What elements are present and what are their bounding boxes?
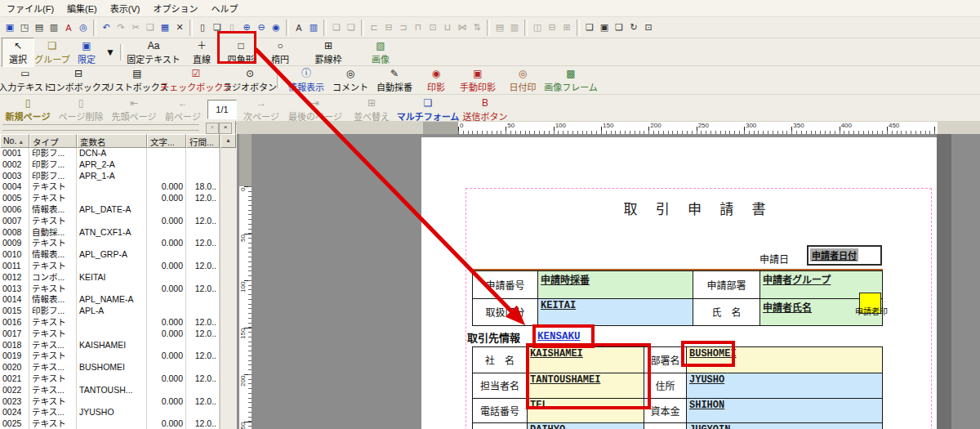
align-right-button[interactable]: ⊐ [396, 20, 411, 35]
align-middle-button[interactable]: ⊡ [425, 20, 440, 35]
combobox-tool-button[interactable]: ⊟コンボボックス [49, 66, 108, 94]
header-linespace[interactable]: 行間... [186, 134, 220, 148]
dept-name-field[interactable]: BUSHOMEI [686, 346, 883, 373]
sort-pages-button[interactable]: ⊞並べ替え [346, 96, 397, 123]
same-size-button[interactable]: ⊞ [559, 20, 574, 35]
undo-button[interactable]: ↶ [99, 20, 114, 35]
same-width-button[interactable]: ◫ [530, 20, 545, 35]
print-preview-button[interactable]: ▥ [47, 20, 61, 35]
table-row[interactable]: 0013 テキスト 0.000 12.0.. [0, 284, 220, 295]
header-varname[interactable]: 変数名 [77, 134, 147, 148]
duplicate-doc-button[interactable]: ❏ [210, 20, 225, 35]
table-row[interactable]: 0009 テキスト 0.000 12.0.. [0, 238, 220, 249]
cut-button[interactable]: ✂ [128, 20, 143, 35]
handling-class-field[interactable]: KEITAI [537, 298, 693, 326]
table-row[interactable]: 0025 テキスト 0.000 12.0.. [0, 418, 220, 429]
apply-date-field[interactable]: 申請者日付 [807, 245, 882, 266]
listbox-tool-button[interactable]: ▤リストボックス [108, 66, 167, 94]
bring-front-button[interactable]: ❏ [329, 20, 344, 35]
align-left-button[interactable]: ⊏ [367, 20, 381, 35]
plain-doc-button[interactable]: ▯ [225, 20, 239, 35]
distribute-h-button[interactable]: ⋈ [455, 20, 470, 35]
paste-button[interactable]: ▦ [158, 20, 172, 35]
table-row[interactable]: 0021 テキスト 0.000 12.0.. [0, 373, 220, 385]
table-row[interactable]: 0022 テキス... TANTOUSH... [0, 385, 220, 396]
header-type[interactable]: タイプ [29, 134, 77, 148]
same-height-button[interactable]: ⊟ [545, 20, 559, 35]
font-preview-button[interactable]: A [61, 20, 76, 35]
export-button[interactable]: ◳ [17, 20, 32, 35]
distribute-v-button[interactable]: ⇅ [470, 20, 484, 35]
zoom-out-button[interactable]: ⊖ [254, 20, 269, 35]
table-row[interactable]: 0010 情報表... APL_GRP-A [0, 249, 220, 261]
send-button-button[interactable]: B送信ボタン [459, 96, 511, 123]
form-title[interactable]: 取 引 申 請 書 [466, 198, 931, 218]
menu-item[interactable]: ヘルプ [204, 0, 244, 16]
select-tool-button[interactable]: ↖選択 [2, 38, 34, 67]
contact-name-field[interactable]: TANTOUSHAMEI [527, 373, 644, 399]
date-stamp-tool-button[interactable]: ◎日付印 [501, 66, 544, 94]
table-row[interactable]: 0011 テキスト 0.000 12.0.. [0, 261, 220, 272]
scroll-up-icon[interactable]: ▲ [220, 134, 236, 148]
header-charsize[interactable]: 文字... [147, 134, 186, 148]
kensaku-link[interactable]: KENSAKU [537, 331, 581, 342]
line-tool-button[interactable]: ＋直線 [181, 38, 222, 66]
panel-grip[interactable] [2, 124, 199, 131]
equal-space-h-button[interactable]: ▤ [492, 20, 507, 35]
table-row[interactable]: 0016 テキスト 0.000 12.0.. [0, 317, 220, 328]
table-row[interactable]: 0015 印影フ... APL-A [0, 306, 220, 317]
table-row[interactable]: 0005 テキスト 0.000 12.0.. [0, 193, 220, 204]
back-window-button[interactable]: ❏ [612, 20, 626, 35]
delete-page-button[interactable]: ▯ページ削除 [54, 96, 108, 123]
representative-field[interactable]: DAIHYO [527, 422, 644, 429]
delete-button[interactable]: ✕ [172, 20, 187, 35]
copy-button[interactable]: ❏ [143, 20, 158, 35]
new-doc-button[interactable]: ▯ [195, 20, 210, 35]
limit-dropdown-button[interactable]: ▼ [103, 45, 118, 60]
menu-item[interactable]: オプション [146, 0, 204, 16]
equal-space-v-button[interactable]: ▥ [507, 20, 522, 35]
table-row[interactable]: 0001 印影フ... DCN-A [0, 148, 220, 159]
table-row[interactable]: 0003 印影フ... APR_1-A [0, 171, 220, 182]
table-row[interactable]: 0018 テキス... KAISHAMEI [0, 340, 220, 351]
table-row[interactable]: 0007 テキスト 0.000 12.0.. [0, 216, 220, 227]
menu-item[interactable]: ファイル(F) [0, 0, 60, 16]
client-info-label[interactable]: 取引先情報 [467, 329, 520, 345]
employees-field[interactable]: JUGYOIN [686, 422, 883, 429]
image-tool-button[interactable]: ▧画像 [356, 38, 405, 66]
table-row[interactable]: 0017 テキスト 0.000 12.0.. [0, 328, 220, 340]
manual-stamp-tool-button[interactable]: ▣手動印影 [454, 66, 501, 94]
rotate-button[interactable]: ↻ [626, 20, 641, 35]
print-button[interactable]: ▤ [32, 20, 47, 35]
send-back-button[interactable]: ❏ [344, 20, 359, 35]
address-field[interactable]: JYUSHO [686, 373, 883, 399]
column-view-button[interactable]: ▥ [306, 20, 321, 35]
fixed-text-tool-button[interactable]: Aa固定テキスト [126, 38, 181, 66]
align-bottom-button[interactable]: ⊔ [440, 20, 455, 35]
table-row[interactable]: 0020 テキス... BUSHOMEI [0, 362, 220, 373]
menu-item[interactable]: 表示(V) [104, 0, 147, 16]
info-display-tool-button[interactable]: ⓘ情報表示 [283, 66, 330, 94]
find-button[interactable]: A [292, 20, 306, 35]
align-center-button[interactable]: ⊟ [381, 20, 396, 35]
radio-tool-button[interactable]: ⊙ラジオボタン [225, 66, 274, 94]
stamp-window-button[interactable]: ▣ [597, 20, 612, 35]
table-row[interactable]: 0024 テキス... JYUSHO [0, 407, 220, 418]
zoom-in-button[interactable]: ⊕ [239, 20, 254, 35]
stamp-tool-button[interactable]: ◉印影 [418, 66, 454, 94]
image-frame-tool-button[interactable]: ▩画像フレーム [544, 66, 598, 94]
next-page-button[interactable]: →次ページ [238, 96, 284, 123]
checkbox-tool-button[interactable]: ☑チェックボックス [167, 66, 225, 94]
table-row[interactable]: 0008 自動採... ATN_CXF1-A [0, 227, 220, 239]
input-text-tool-button[interactable]: ▭入力テキスト [2, 66, 49, 94]
comment-tool-button[interactable]: ◎コメント [330, 66, 371, 94]
redo-button[interactable]: ↷ [114, 20, 128, 35]
new-page-button[interactable]: ▯新規ページ [2, 96, 54, 123]
prev-page-button[interactable]: ←前ページ [160, 96, 206, 123]
company-name-field[interactable]: KAISHAMEI [527, 346, 644, 373]
menu-item[interactable]: 編集(E) [60, 0, 104, 16]
phone-field[interactable]: TEL [527, 398, 644, 423]
grid-frame-tool-button[interactable]: ⊞罫線枠 [301, 38, 356, 66]
rectangle-tool-button[interactable]: □四角形 [222, 38, 260, 66]
table-row[interactable]: 0023 テキスト 0.000 12.0.. [0, 396, 220, 408]
